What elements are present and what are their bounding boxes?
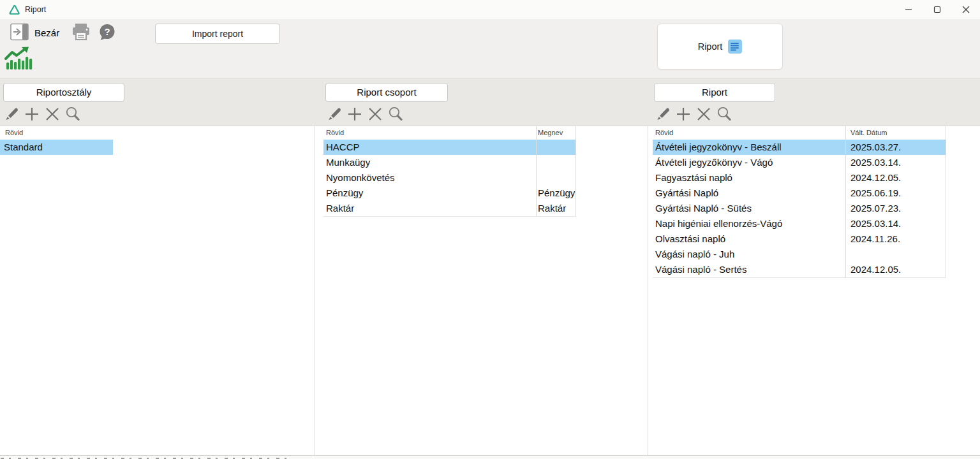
cell-valt-datum: 2025.03.27. <box>850 140 901 155</box>
titlebar: Riport <box>0 0 980 20</box>
cell-rovid: Standard <box>4 140 43 155</box>
bottom-edge-strip <box>0 455 980 459</box>
cell-rovid: Olvasztási napló <box>655 231 725 247</box>
riport-csoport-rows: HACCP Munkaügy Nyomonkövetés Pén <box>323 140 576 216</box>
grid-edge <box>575 126 576 216</box>
cell-megnev: Raktár <box>538 201 566 216</box>
list-item[interactable]: Fagyasztási napló 2024.12.05. <box>653 170 946 186</box>
edit-icon[interactable] <box>654 105 671 124</box>
cell-rovid: Vágási napló - Sertés <box>655 262 746 277</box>
app-logo-icon <box>8 4 20 15</box>
riport-csoport-list-header: Rövid Megnev <box>323 126 576 140</box>
column-separator <box>536 126 537 216</box>
search-icon[interactable] <box>64 105 81 124</box>
grid-edge <box>946 126 946 277</box>
maximize-button[interactable] <box>923 0 951 19</box>
add-icon[interactable] <box>23 105 40 124</box>
cell-valt-datum: 2025.03.14. <box>850 216 901 231</box>
riport-csoport-list: Rövid Megnev HACCP Munkaügy <box>323 126 576 217</box>
chart-icon <box>4 47 33 73</box>
list-item[interactable]: Nyomonkövetés <box>323 170 576 186</box>
list-item[interactable]: Vágási napló - Juh <box>653 247 946 262</box>
edit-icon[interactable] <box>3 105 20 124</box>
panel-button-riport-csoport[interactable]: Riport csoport <box>325 83 448 102</box>
grid-bottom-border <box>653 277 946 278</box>
report-list-icon <box>728 40 742 54</box>
import-report-button[interactable]: Import report <box>155 24 280 44</box>
help-button[interactable]: ? <box>98 23 116 44</box>
list-item[interactable]: Vágási napló - Sertés 2024.12.05. <box>653 262 946 277</box>
app-window: Riport Bezár <box>0 0 980 459</box>
cell-rovid: Pénzügy <box>326 186 363 201</box>
list-item[interactable]: Gyártási Napló 2025.06.19. <box>653 186 946 201</box>
column-header-valt-datum[interactable]: Vált. Dátum <box>850 129 887 136</box>
cell-megnev: Pénzügy <box>538 186 575 201</box>
bezar-label: Bezár <box>34 27 59 38</box>
cell-rovid: Vágási napló - Juh <box>655 247 734 262</box>
riport-csoport-toolbar <box>325 105 404 124</box>
column-header-rovid[interactable]: Rövid <box>655 129 673 136</box>
add-icon[interactable] <box>674 105 692 124</box>
print-button[interactable] <box>71 22 91 45</box>
list-item[interactable]: Olvasztási napló 2024.11.26. <box>653 231 946 247</box>
cell-valt-datum: 2025.06.19. <box>850 186 901 201</box>
cell-rovid: Munkaügy <box>326 155 370 170</box>
delete-icon[interactable] <box>43 105 61 124</box>
list-item[interactable]: Gyártási Napló - Sütés 2025.07.23. <box>653 201 946 216</box>
panel-button-riportosztaly[interactable]: Riportosztály <box>3 83 124 102</box>
exit-icon <box>10 23 29 43</box>
cell-rovid: HACCP <box>326 140 360 155</box>
list-item[interactable]: Standard <box>0 140 113 155</box>
grid-bottom-border <box>323 216 576 217</box>
cell-valt-datum: 2024.12.05. <box>850 262 901 277</box>
cell-rovid: Raktár <box>326 201 354 216</box>
cell-valt-datum: 2024.11.26. <box>850 231 900 247</box>
column-separator <box>845 126 846 277</box>
search-icon[interactable] <box>387 105 404 124</box>
cell-rovid: Gyártási Napló - Sütés <box>655 201 752 216</box>
window-title: Riport <box>25 0 46 19</box>
cell-rovid: Napi higéniai ellenorzés-Vágó <box>655 216 782 231</box>
riport-toolbar <box>654 105 732 124</box>
riport-list: Rövid Vált. Dátum Átvételi jegyzokönyv -… <box>653 126 946 278</box>
column-header-rovid[interactable]: Rövid <box>5 129 23 136</box>
riportosztaly-list-header: Rövid <box>0 126 315 140</box>
edit-icon[interactable] <box>325 105 343 124</box>
minimize-button[interactable] <box>894 0 923 19</box>
search-icon[interactable] <box>715 105 732 124</box>
bezar-button[interactable]: Bezár <box>10 23 59 42</box>
cell-rovid: Átvételi jegyzőkönyv - Vágó <box>655 155 773 170</box>
cell-rovid: Nyomonkövetés <box>326 170 395 186</box>
cell-rovid: Gyártási Napló <box>655 186 718 201</box>
close-button[interactable] <box>951 0 980 19</box>
column-header-megnev[interactable]: Megnev <box>538 129 563 136</box>
cell-valt-datum: 2025.07.23. <box>850 201 901 216</box>
tab-riport[interactable]: Riport <box>657 24 783 69</box>
window-controls <box>894 0 980 19</box>
list-item[interactable]: HACCP <box>323 140 576 155</box>
svg-text:?: ? <box>104 26 110 37</box>
riport-list-header: Rövid Vált. Dátum <box>653 126 946 140</box>
delete-icon[interactable] <box>366 105 383 124</box>
list-item[interactable]: Napi higéniai ellenorzés-Vágó 2025.03.14… <box>653 216 946 231</box>
column-header-rovid[interactable]: Rövid <box>326 129 344 136</box>
list-item[interactable]: Átvételi jegyzőkönyv - Vágó 2025.03.14. <box>653 155 946 170</box>
lists-area: Rövid Standard Rövid Megnev HACCP <box>0 126 980 456</box>
toolbar: Bezár ? Import report <box>0 19 980 78</box>
riport-rows: Átvételi jegyzokönyv - Beszáll 2025.03.2… <box>653 140 946 277</box>
panel-divider <box>315 126 315 456</box>
list-item[interactable]: Munkaügy <box>323 155 576 170</box>
riportosztaly-list: Rövid Standard <box>0 126 315 155</box>
panel-header-band: Riportosztály Riport csoport Riport <box>0 78 980 126</box>
riportosztaly-rows: Standard <box>0 140 315 155</box>
cell-valt-datum: 2025.03.14. <box>850 155 901 170</box>
panel-button-riport[interactable]: Riport <box>654 83 775 102</box>
delete-icon[interactable] <box>695 105 712 124</box>
list-item[interactable]: Pénzügy Pénzügy <box>323 186 576 201</box>
add-icon[interactable] <box>346 105 363 124</box>
printer-icon <box>71 22 91 42</box>
cell-valt-datum: 2024.12.05. <box>850 170 901 186</box>
list-item[interactable]: Raktár Raktár <box>323 201 576 216</box>
list-item[interactable]: Átvételi jegyzokönyv - Beszáll 2025.03.2… <box>653 140 946 155</box>
panel-divider <box>648 126 648 456</box>
